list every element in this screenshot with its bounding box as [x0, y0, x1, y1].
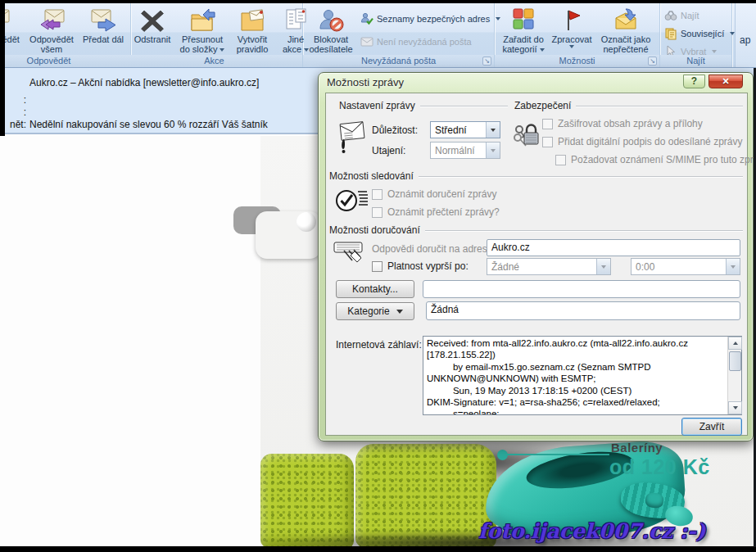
safe-lists-button[interactable]: Seznamy bezpečných adres [360, 11, 493, 26]
chevron-down-icon [596, 259, 610, 274]
follow-up-icon [558, 7, 586, 34]
categories-button-label: Kategorie [347, 305, 389, 317]
section-message-settings: Nastavení zprávy [339, 100, 508, 111]
ribbon-group-label-options: Možnosti [495, 55, 659, 67]
reply-button[interactable]: Odpovědět [5, 6, 23, 55]
ribbon-partial-right-panel: ap [735, 3, 756, 67]
categories-input[interactable]: Žádná [426, 301, 740, 320]
internet-headers-label: Internetová záhlaví: [336, 339, 422, 351]
checkbox-box [372, 189, 383, 200]
section-title: Možnosti doručování [329, 224, 420, 236]
close-button-label: Zavřít [699, 421, 725, 432]
encrypt-checkbox[interactable]: Zašifrovat obsah zprávy a přílohy [542, 118, 703, 129]
contacts-button-label: Kontakty... [352, 283, 398, 295]
encrypt-label: Zašifrovat obsah zprávy a přílohy [558, 118, 703, 129]
photo-watermark: foto.ijacek007.cz :-) [478, 519, 706, 543]
mark-unread-button[interactable]: Označit jako nepřečtené [593, 6, 659, 55]
newsletter-logo-circle [297, 212, 316, 232]
move-to-folder-icon [188, 7, 216, 34]
chevron-down-icon [486, 143, 500, 158]
forward-button[interactable]: Předat dál [80, 6, 126, 55]
checkbox-box [542, 119, 553, 129]
internet-headers-text[interactable]: Received: from mta-all22.info.aukro.cz (… [423, 337, 727, 414]
section-title: Možnosti sledování [329, 170, 414, 182]
smime-label: Požadovat oznámení S/MIME pro tuto zpráv… [571, 154, 756, 165]
not-junk-button[interactable]: Není nevyžádaná pošta [360, 34, 493, 49]
help-button[interactable]: ? [683, 75, 705, 88]
related-label: Související [681, 29, 724, 38]
junk-dialog-launcher[interactable] [482, 57, 491, 66]
reply-all-button[interactable]: Odpovědět všem [25, 6, 79, 55]
ribbon: Odpovědět Odpovědět všem Předat dál Odpo… [5, 3, 756, 68]
section-tracking: Možnosti sledování [329, 170, 743, 182]
internet-headers-box: Received: from mta-all22.info.aukro.cz (… [423, 336, 742, 415]
importance-envelope-icon [336, 118, 367, 157]
sensitivity-value: Normální [431, 145, 486, 156]
delivery-receipt-checkbox[interactable]: Oznámit doručení zprávy [372, 188, 496, 200]
scroll-down-icon[interactable] [728, 401, 742, 414]
section-delivery: Možnosti doručování [329, 224, 743, 236]
delete-label: Odstranit [134, 34, 171, 44]
expires-time-value: 0:00 [632, 261, 726, 273]
reply-label: Odpovědět [5, 34, 20, 44]
importance-select[interactable]: Střední [430, 121, 500, 138]
checkbox-box [372, 261, 383, 272]
chevron-down-icon [396, 310, 403, 314]
sensitivity-label: Utajení: [372, 145, 405, 156]
importance-value: Střední [431, 124, 486, 136]
follow-up-button[interactable]: Zpracovat [550, 6, 593, 55]
shoe-bow-knot [645, 492, 664, 509]
ribbon-group-label-find: Najít [660, 55, 731, 67]
partial-text: ap [740, 34, 750, 46]
smime-checkbox[interactable]: Požadovat oznámení S/MIME pro tuto zpráv… [555, 154, 756, 165]
replies-to-input[interactable]: Aukro.cz [487, 239, 740, 256]
ribbon-group-find: Najít Související Vybrat Najít [660, 3, 732, 67]
expires-time-select[interactable]: 0:00 [631, 258, 740, 275]
section-security: Zabezpečení [514, 100, 743, 111]
dropdown-caret [220, 48, 224, 52]
close-button[interactable]: Zavřít [681, 418, 742, 436]
contacts-input[interactable] [423, 280, 740, 298]
options-dialog-launcher[interactable] [648, 57, 657, 66]
dialog-body: Nastavení zprávy Zabezpečení Důležitost:… [325, 93, 748, 436]
header-label-fragment: : [5, 94, 26, 106]
ribbon-group-reply: Odpovědět Odpovědět všem Předat dál Odpo… [5, 3, 131, 67]
safe-lists-label: Seznamy bezpečných adres [377, 14, 490, 24]
create-rule-button[interactable]: Vytvořit pravidlo [229, 6, 275, 55]
read-receipt-checkbox[interactable]: Oznámit přečtení zprávy? [372, 206, 500, 218]
dialog-title: Možnosti zprávy [327, 76, 404, 88]
header-label-fragment: nět: [5, 119, 26, 130]
dropdown-caret [712, 50, 717, 53]
expires-date-select[interactable]: Žádné [487, 258, 611, 275]
replies-to-label: Odpovědi doručit na adresu: [372, 243, 496, 255]
categories-button[interactable]: Kategorie [336, 302, 414, 320]
delete-button[interactable]: Odstranit [129, 6, 175, 55]
categorize-label: Zařadit do kategorií [502, 34, 543, 54]
ribbon-group-label-reply: Odpovědět [5, 55, 130, 67]
scroll-up-icon[interactable] [728, 337, 742, 350]
create-rule-icon [238, 7, 266, 34]
delete-icon [138, 7, 166, 34]
safe-lists-icon [360, 12, 373, 25]
headers-scrollbar[interactable] [727, 337, 741, 414]
categorize-button[interactable]: Zařadit do kategorií [498, 6, 549, 55]
scroll-thumb[interactable] [729, 351, 741, 371]
find-button[interactable]: Najít [664, 7, 730, 23]
digital-sign-checkbox[interactable]: Přidat digitální podpis do odesílané zpr… [542, 136, 742, 147]
reply-all-icon [38, 7, 66, 34]
related-button[interactable]: Související [664, 25, 730, 41]
contacts-button[interactable]: Kontakty... [336, 280, 414, 298]
dropdown-caret [569, 45, 574, 48]
digital-sign-label: Přidat digitální podpis do odesílané zpr… [558, 136, 742, 147]
bottom-border [0, 546, 756, 552]
block-sender-button[interactable]: Blokovat odesílatele [306, 6, 355, 55]
reply-all-label: Odpovědět všem [29, 34, 74, 54]
checkbox-box [555, 155, 566, 165]
not-junk-icon [360, 35, 373, 48]
close-x-button[interactable]: ✕ [708, 75, 743, 88]
categorize-icon [509, 7, 537, 34]
group-label-text: Odpovědět [27, 56, 71, 66]
expires-checkbox[interactable]: Platnost vyprší po: [372, 260, 469, 272]
move-to-folder-button[interactable]: Přesunout do složky [177, 6, 228, 55]
sensitivity-select[interactable]: Normální [430, 142, 500, 159]
